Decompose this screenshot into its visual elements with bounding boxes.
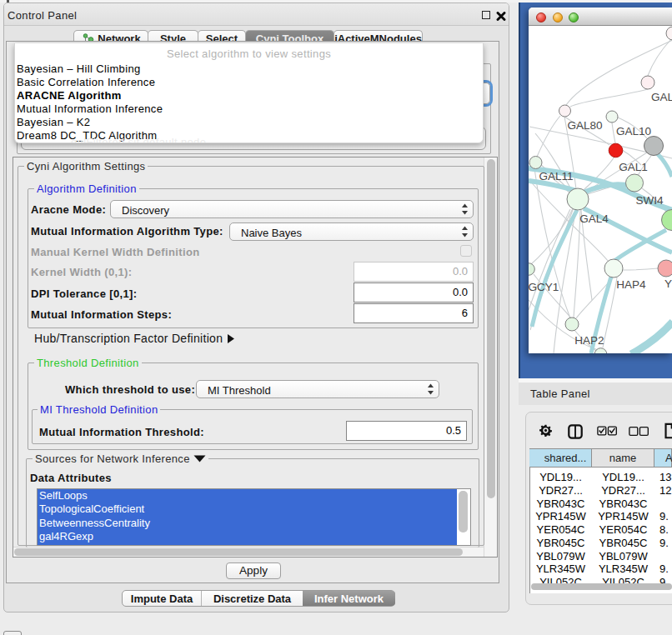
svg-text:GCY1: GCY1: [529, 281, 559, 293]
svg-text:HAP2: HAP2: [574, 334, 604, 347]
svg-text:GAL10: GAL10: [616, 125, 651, 138]
svg-text:GAL11: GAL11: [539, 170, 573, 182]
svg-text:GAL7: GAL7: [651, 91, 672, 103]
svg-text:YEL: YEL: [664, 278, 672, 290]
svg-text:GAL80: GAL80: [567, 119, 602, 132]
svg-text:HAP4: HAP4: [616, 278, 646, 291]
svg-text:GAL4: GAL4: [579, 212, 609, 225]
svg-text:SWI4: SWI4: [635, 194, 663, 207]
svg-text:GAL1: GAL1: [619, 161, 648, 173]
